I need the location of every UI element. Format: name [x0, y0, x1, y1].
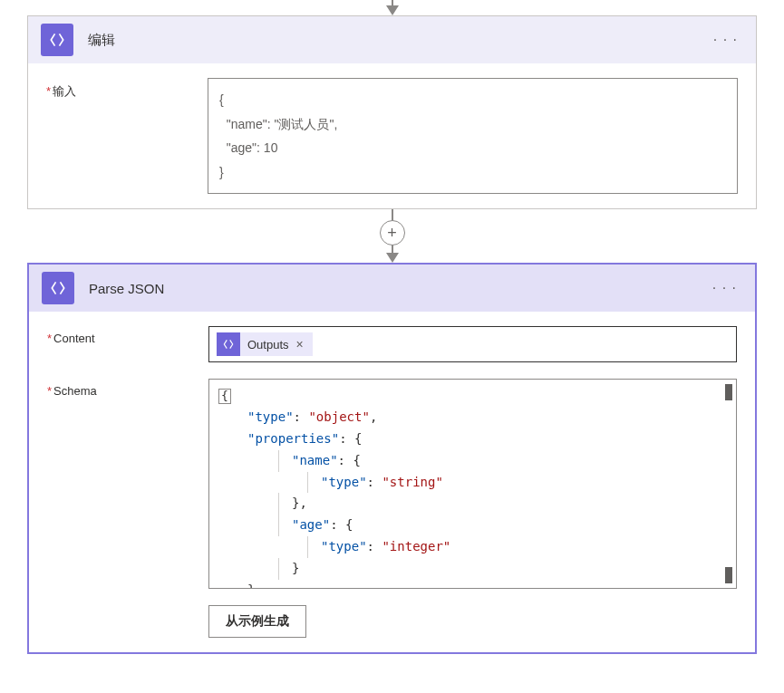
token-label: Outputs	[247, 338, 289, 351]
compose-step-header[interactable]: 编辑 · · ·	[28, 16, 756, 63]
schema-line: "type": "string"	[218, 472, 727, 494]
schema-line: }	[218, 558, 727, 580]
arrow-down-icon	[386, 5, 399, 15]
schema-line: }	[218, 580, 727, 590]
schema-line: },	[218, 493, 727, 515]
compose-step-card[interactable]: 编辑 · · · 输入 { "name": "测试人员", "age": 10 …	[27, 15, 757, 209]
generate-from-sample-button[interactable]: 从示例生成	[208, 605, 306, 638]
arrow-down-icon	[386, 253, 399, 263]
field-label-content: Content	[47, 326, 201, 362]
remove-token-button[interactable]: ×	[296, 337, 304, 351]
parse-json-step-header[interactable]: Parse JSON · · ·	[29, 265, 755, 312]
compose-input-field[interactable]: { "name": "测试人员", "age": 10 }	[208, 78, 738, 194]
schema-line: "properties": {	[218, 428, 727, 450]
schema-line: {	[218, 385, 727, 407]
compose-icon	[217, 332, 240, 356]
field-label-input: 输入	[46, 78, 200, 194]
compose-step-title: 编辑	[88, 32, 693, 49]
step-menu-button[interactable]: · · ·	[707, 276, 742, 300]
schema-line: "type": "integer"	[218, 536, 727, 558]
schema-line: "age": {	[218, 515, 727, 536]
compose-icon	[42, 272, 74, 304]
add-step-button[interactable]	[380, 220, 405, 245]
field-label-schema: Schema	[47, 379, 201, 589]
schema-line: "type": "object",	[218, 407, 727, 428]
schema-editor[interactable]: {"type": "object","properties": {"name":…	[208, 379, 737, 589]
schema-line: "name": {	[218, 450, 727, 472]
parse-json-step-card[interactable]: Parse JSON · · · Content Outputs × Schem…	[27, 263, 757, 654]
scrollbar-thumb[interactable]	[725, 384, 732, 400]
outputs-token[interactable]: Outputs ×	[217, 332, 313, 356]
step-menu-button[interactable]: · · ·	[708, 28, 743, 52]
compose-icon	[41, 24, 73, 56]
content-input[interactable]: Outputs ×	[208, 326, 737, 362]
parse-json-step-title: Parse JSON	[89, 281, 692, 296]
scrollbar-thumb[interactable]	[725, 567, 732, 583]
